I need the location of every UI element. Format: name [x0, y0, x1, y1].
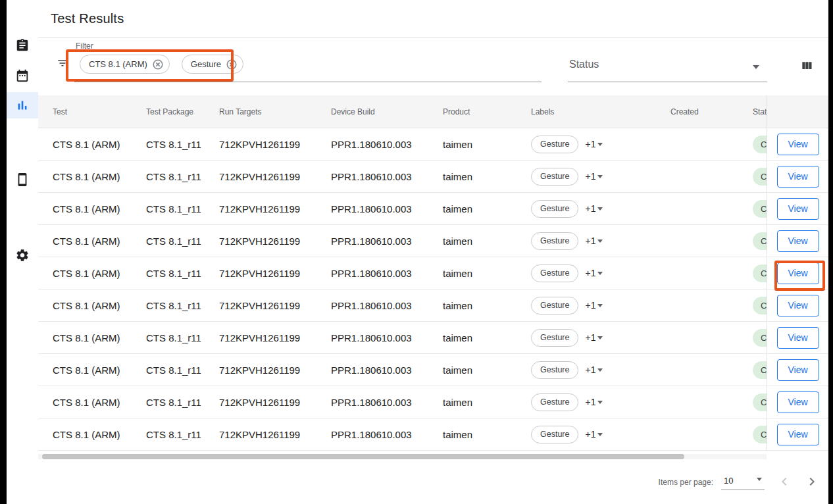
sidebar-item-tests[interactable]	[7, 32, 38, 59]
view-button[interactable]: View	[777, 327, 819, 349]
labels-more-toggle[interactable]: +1	[585, 203, 603, 214]
labels-more-count: +1	[585, 332, 595, 343]
cell-run-targets: 712KPVH1261199	[219, 203, 331, 214]
cell-test-package: CTS 8.1_r11	[146, 203, 219, 214]
table-row: CTS 8.1 (ARM) CTS 8.1_r11 712KPVH1261199…	[38, 128, 767, 161]
filter-field-label: Filter	[76, 41, 93, 51]
labels-more-toggle[interactable]: +1	[585, 429, 603, 440]
chevron-down-icon	[597, 304, 603, 307]
labels-more-toggle[interactable]: +1	[585, 397, 603, 407]
sidebar-item-test-results[interactable]	[7, 92, 38, 118]
cell-test-package: CTS 8.1_r11	[146, 171, 219, 182]
cell-product: taimen	[443, 268, 531, 279]
cell-run-targets: 712KPVH1261199	[219, 300, 331, 311]
view-button[interactable]: View	[777, 359, 819, 381]
sidebar-item-devices[interactable]	[7, 166, 38, 193]
labels-more-toggle[interactable]: +1	[585, 300, 603, 311]
chevron-down-icon	[597, 433, 603, 436]
label-chip-text: Gesture	[540, 139, 569, 149]
label-chip-text: Gesture	[540, 204, 569, 213]
items-per-page-label: Items per page:	[659, 478, 713, 487]
column-header-created: Created	[670, 107, 753, 116]
remove-chip-icon[interactable]	[226, 59, 238, 70]
label-chip[interactable]: Gesture	[531, 426, 578, 443]
filter-chip-cts[interactable]: CTS 8.1 (ARM)	[80, 55, 170, 74]
label-chip-text: Gesture	[540, 365, 569, 374]
cell-device-build: PPR1.180610.003	[331, 203, 443, 214]
items-per-page-select[interactable]: 10	[721, 474, 765, 490]
cell-device-build: PPR1.180610.003	[331, 236, 443, 247]
table-row-action: View	[767, 386, 828, 418]
cell-labels: Gesture +1	[531, 393, 670, 411]
smartphone-icon	[15, 172, 30, 187]
view-button[interactable]: View	[777, 263, 819, 284]
cell-test: CTS 8.1 (ARM)	[53, 300, 146, 311]
cell-run-targets: 712KPVH1261199	[219, 236, 331, 247]
remove-chip-icon[interactable]	[152, 59, 164, 70]
cell-product: taimen	[443, 236, 531, 247]
cell-product: taimen	[443, 397, 531, 408]
labels-more-count: +1	[585, 365, 595, 375]
cell-labels: Gesture +1	[531, 361, 670, 379]
labels-more-count: +1	[585, 171, 595, 182]
table-row: CTS 8.1 (ARM) CTS 8.1_r11 712KPVH1261199…	[38, 418, 767, 451]
status-chip: C	[753, 265, 767, 282]
view-button[interactable]: View	[777, 166, 819, 188]
status-chip: C	[753, 297, 767, 315]
cell-run-targets: 712KPVH1261199	[219, 171, 331, 182]
filter-input[interactable]: Filter CTS 8.1 (ARM) Gesture	[74, 40, 542, 82]
labels-more-toggle[interactable]: +1	[585, 139, 603, 149]
label-chip[interactable]: Gesture	[531, 200, 578, 218]
table-row: CTS 8.1 (ARM) CTS 8.1_r11 712KPVH1261199…	[38, 161, 767, 193]
label-chip[interactable]: Gesture	[531, 329, 578, 347]
table-row-action: View	[767, 257, 828, 290]
cell-test: CTS 8.1 (ARM)	[53, 203, 146, 214]
column-header-test-package: Test Package	[146, 107, 219, 116]
table-row-action: View	[767, 128, 828, 161]
cell-run-targets: 712KPVH1261199	[219, 268, 331, 279]
view-button[interactable]: View	[777, 424, 819, 445]
table-row-action: View	[767, 354, 828, 386]
view-button[interactable]: View	[777, 230, 819, 252]
labels-more-toggle[interactable]: +1	[585, 365, 603, 375]
next-page-button[interactable]	[804, 474, 820, 491]
view-button[interactable]: View	[777, 391, 819, 413]
sidebar-item-settings[interactable]	[7, 242, 38, 268]
label-chip[interactable]: Gesture	[531, 232, 578, 250]
status-chip: C	[753, 329, 767, 347]
view-button[interactable]: View	[777, 295, 819, 316]
cell-device-build: PPR1.180610.003	[331, 397, 443, 408]
action-column-header	[767, 95, 828, 128]
cell-test-package: CTS 8.1_r11	[146, 268, 219, 279]
column-header-device-build: Device Build	[331, 107, 443, 116]
status-filter-select[interactable]: Status	[568, 40, 767, 82]
labels-more-toggle[interactable]: +1	[585, 171, 603, 182]
previous-page-button[interactable]	[776, 474, 792, 491]
filter-list-icon	[57, 57, 68, 72]
cell-test: CTS 8.1 (ARM)	[53, 365, 146, 376]
labels-more-toggle[interactable]: +1	[585, 236, 603, 246]
label-chip[interactable]: Gesture	[531, 297, 578, 315]
chevron-down-icon	[597, 175, 603, 178]
label-chip[interactable]: Gesture	[531, 361, 578, 379]
cell-product: taimen	[443, 139, 531, 150]
cell-product: taimen	[443, 203, 531, 214]
labels-more-toggle[interactable]: +1	[585, 332, 603, 343]
sidebar-item-plans[interactable]	[7, 63, 38, 89]
label-chip[interactable]: Gesture	[531, 393, 578, 411]
labels-more-toggle[interactable]: +1	[585, 268, 603, 278]
horizontal-scrollbar-thumb[interactable]	[42, 454, 684, 459]
label-chip[interactable]: Gesture	[531, 168, 578, 186]
label-chip[interactable]: Gesture	[531, 136, 578, 153]
labels-more-count: +1	[585, 429, 595, 440]
filter-chip-gesture[interactable]: Gesture	[182, 55, 243, 74]
view-columns-button[interactable]	[800, 59, 813, 74]
table-row-action: View	[767, 193, 828, 225]
labels-more-count: +1	[585, 300, 595, 311]
view-button[interactable]: View	[777, 134, 819, 155]
cell-product: taimen	[443, 429, 531, 440]
table-row: CTS 8.1 (ARM) CTS 8.1_r11 712KPVH1261199…	[38, 257, 767, 290]
label-chip[interactable]: Gesture	[531, 265, 578, 282]
view-button[interactable]: View	[777, 198, 819, 220]
cell-device-build: PPR1.180610.003	[331, 429, 443, 440]
